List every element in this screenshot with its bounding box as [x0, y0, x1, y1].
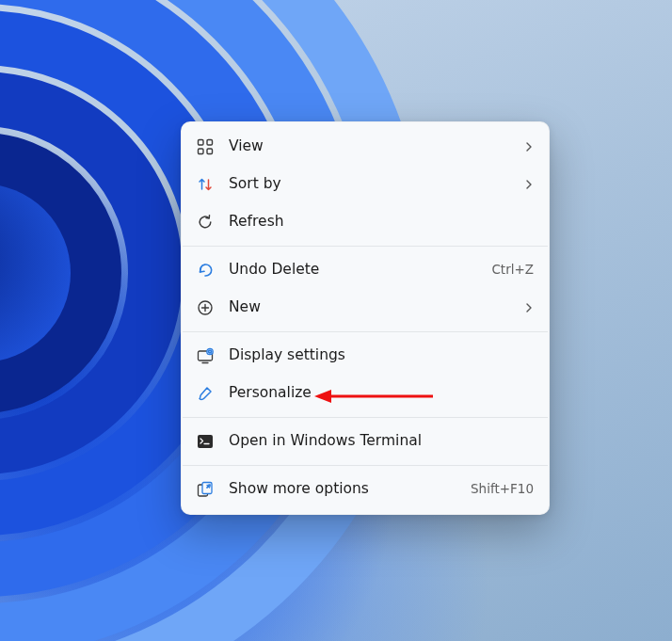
svg-rect-9 [199, 149, 204, 154]
menu-item-show-more-options[interactable]: Show more options Shift+F10 [182, 471, 549, 508]
view-grid-icon [195, 136, 216, 157]
svg-rect-7 [199, 140, 204, 146]
menu-item-sort-by[interactable]: Sort by [182, 166, 549, 203]
menu-shortcut: Ctrl+Z [491, 264, 534, 277]
chevron-right-icon [520, 141, 534, 152]
menu-label: Refresh [229, 215, 284, 230]
svg-point-0 [0, 160, 94, 386]
menu-separator [183, 246, 548, 247]
menu-item-undo-delete[interactable]: Undo Delete Ctrl+Z [182, 251, 549, 289]
svg-point-1 [0, 99, 155, 447]
paintbrush-icon [195, 383, 216, 404]
menu-separator [183, 465, 548, 466]
menu-label: Personalize [229, 386, 312, 401]
chevron-right-icon [520, 179, 534, 190]
menu-item-new[interactable]: New [182, 289, 549, 327]
display-settings-icon [195, 345, 216, 366]
menu-separator [183, 331, 548, 332]
menu-label: View [229, 139, 264, 154]
menu-label: Open in Windows Terminal [229, 434, 422, 449]
menu-item-personalize[interactable]: Personalize [182, 375, 549, 412]
svg-rect-8 [207, 140, 213, 146]
menu-separator [183, 417, 548, 418]
desktop-context-menu: View Sort by [181, 121, 550, 515]
menu-label: Show more options [229, 482, 369, 497]
menu-label: Sort by [229, 177, 281, 192]
menu-shortcut: Shift+F10 [471, 483, 534, 496]
chevron-right-icon [520, 302, 534, 313]
menu-item-open-in-windows-terminal[interactable]: Open in Windows Terminal [182, 423, 549, 460]
menu-item-refresh[interactable]: Refresh [182, 203, 549, 241]
refresh-icon [195, 212, 216, 232]
svg-rect-14 [198, 435, 213, 448]
menu-item-display-settings[interactable]: Display settings [182, 337, 549, 375]
menu-label: New [229, 300, 261, 315]
svg-point-6 [0, 184, 71, 362]
desktop-background[interactable]: View Sort by [0, 0, 672, 641]
menu-label: Undo Delete [229, 263, 319, 278]
menu-item-view[interactable]: View [182, 128, 549, 166]
undo-icon [195, 260, 216, 280]
sort-icon [195, 174, 216, 195]
svg-rect-10 [207, 149, 213, 154]
show-more-icon [195, 479, 216, 500]
terminal-icon [195, 431, 216, 452]
new-plus-icon [195, 297, 216, 318]
menu-label: Display settings [229, 348, 345, 363]
